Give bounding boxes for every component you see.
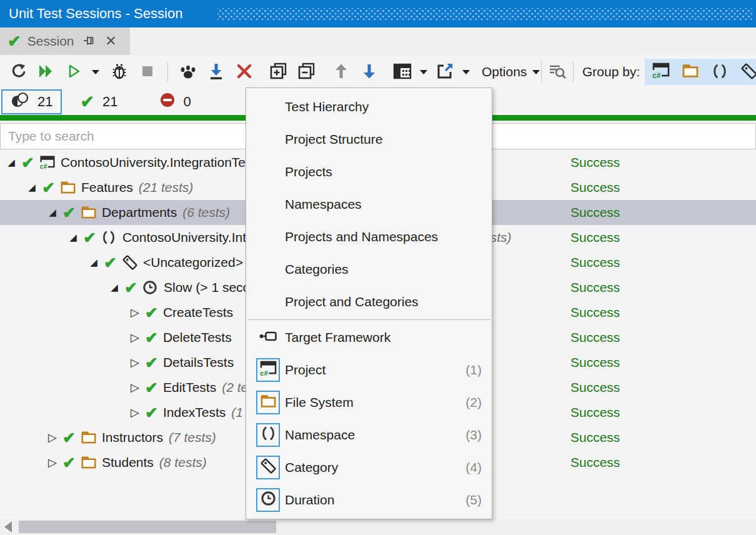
options-button[interactable]: Options bbox=[479, 59, 542, 84]
debug-bug-icon bbox=[110, 62, 129, 82]
grid-view-dropdown-button[interactable] bbox=[419, 59, 429, 84]
status-text: Success bbox=[570, 405, 620, 420]
expanded-twisty-icon[interactable]: ◢ bbox=[26, 182, 38, 193]
node-test-count: (6 tests) bbox=[182, 205, 230, 220]
passed-tests-counter[interactable]: ✔ 21 bbox=[72, 89, 126, 114]
expanded-twisty-icon[interactable]: ◢ bbox=[5, 157, 17, 168]
expand-all-icon bbox=[269, 62, 288, 82]
success-check-icon: ✔ bbox=[62, 205, 76, 221]
titlebar-drag-grip[interactable] bbox=[217, 8, 752, 20]
collapsed-twisty-icon[interactable]: ▷ bbox=[129, 306, 141, 319]
total-tests-counter[interactable]: 21 bbox=[1, 89, 62, 114]
group-by-menu: Test Hierarchy Project Structure Project… bbox=[246, 88, 492, 519]
run-tests-button[interactable] bbox=[62, 59, 86, 84]
menu-item-categories[interactable]: Categories bbox=[246, 253, 492, 286]
category-tag-icon bbox=[740, 62, 756, 82]
expand-all-button[interactable] bbox=[267, 59, 291, 84]
menu-item-target-framework[interactable]: Target Framework bbox=[246, 321, 492, 354]
success-check-icon: ✔ bbox=[62, 455, 76, 471]
collapsed-twisty-icon[interactable]: ▷ bbox=[46, 456, 59, 469]
status-text: Success bbox=[570, 430, 620, 445]
tab-session[interactable]: ✔ Session ✕ bbox=[0, 28, 130, 55]
passed-tests-count: 21 bbox=[102, 94, 117, 110]
status-text: Success bbox=[570, 180, 620, 195]
node-label: ContosoUniversity.IntegrationTests bbox=[61, 155, 262, 170]
collapsed-twisty-icon[interactable]: ▷ bbox=[129, 406, 141, 419]
stop-button[interactable] bbox=[136, 59, 159, 84]
toolbar: Options Group by: c# bbox=[0, 55, 756, 89]
import-results-button[interactable] bbox=[204, 59, 228, 84]
success-check-icon: ✔ bbox=[21, 155, 34, 171]
collapsed-twisty-icon[interactable]: ▷ bbox=[129, 331, 141, 344]
collapsed-twisty-icon[interactable]: ▷ bbox=[46, 431, 59, 444]
group-by-label: Group by: bbox=[582, 64, 640, 79]
expanded-twisty-icon[interactable]: ◢ bbox=[108, 282, 121, 293]
svg-text:c#: c# bbox=[40, 163, 47, 170]
csharp-project-icon: c# bbox=[652, 62, 670, 81]
category-tag-icon bbox=[260, 458, 277, 478]
group-by-category-toggle[interactable] bbox=[739, 59, 756, 84]
toolbar-separator bbox=[541, 62, 542, 82]
pin-tab-button[interactable] bbox=[81, 33, 97, 49]
svg-text:c#: c# bbox=[652, 71, 661, 79]
menu-item-projects[interactable]: Projects bbox=[246, 156, 492, 188]
group-by-file-system-toggle[interactable] bbox=[680, 59, 700, 84]
menu-item-group-project[interactable]: c# Project (1) bbox=[246, 354, 492, 386]
chevron-down-icon bbox=[92, 70, 99, 74]
run-all-tests-button[interactable] bbox=[34, 59, 58, 84]
collapsed-twisty-icon[interactable]: ▷ bbox=[129, 356, 141, 369]
status-text: Success bbox=[570, 455, 620, 470]
options-label: Options bbox=[482, 64, 527, 79]
menu-item-group-file-system[interactable]: File System (2) bbox=[246, 386, 492, 419]
horizontal-scrollbar-thumb[interactable] bbox=[19, 521, 276, 533]
menu-item-group-category[interactable]: Category (4) bbox=[246, 451, 492, 484]
checked-icon-box: c# bbox=[256, 358, 280, 382]
success-check-icon: ✔ bbox=[145, 355, 158, 371]
scroll-left-arrow-icon[interactable] bbox=[4, 521, 12, 532]
grid-view-button[interactable] bbox=[390, 59, 414, 84]
node-test-count: (7 tests) bbox=[169, 430, 216, 445]
horizontal-scrollbar[interactable] bbox=[0, 519, 756, 535]
menu-item-projects-and-namespaces[interactable]: Projects and Namespaces bbox=[246, 221, 492, 253]
cover-tests-button[interactable] bbox=[176, 59, 200, 84]
success-check-icon: ✔ bbox=[145, 380, 158, 396]
next-test-button[interactable] bbox=[357, 59, 381, 84]
collapsed-twisty-icon[interactable]: ▷ bbox=[129, 381, 141, 394]
svg-text:c#: c# bbox=[260, 369, 268, 377]
filter-results-button[interactable] bbox=[545, 59, 569, 84]
collapse-all-button[interactable] bbox=[295, 59, 319, 84]
total-tests-icon bbox=[11, 92, 29, 112]
group-by-toggle-set: c# bbox=[645, 59, 756, 85]
remove-x-icon bbox=[236, 63, 252, 81]
status-text: Success bbox=[570, 230, 620, 245]
success-check-icon: ✔ bbox=[62, 430, 76, 446]
group-by-namespace-toggle[interactable] bbox=[710, 59, 730, 84]
export-dropdown-button[interactable] bbox=[461, 59, 471, 84]
run-dropdown-button[interactable] bbox=[91, 59, 101, 84]
csharp-project-icon: c# bbox=[39, 155, 56, 171]
duration-clock-icon bbox=[261, 491, 276, 509]
menu-item-test-hierarchy[interactable]: Test Hierarchy bbox=[246, 91, 492, 123]
export-button[interactable] bbox=[433, 59, 457, 84]
success-check-icon: ✔ bbox=[83, 230, 96, 246]
success-check-icon: ✔ bbox=[124, 280, 137, 296]
target-framework-icon bbox=[259, 330, 277, 345]
failed-tests-counter[interactable]: 0 bbox=[151, 89, 199, 114]
menu-item-namespaces[interactable]: Namespaces bbox=[246, 188, 492, 221]
expanded-twisty-icon[interactable]: ◢ bbox=[67, 232, 79, 243]
debug-tests-button[interactable] bbox=[107, 59, 131, 84]
menu-item-project-and-categories[interactable]: Project and Categories bbox=[246, 286, 492, 318]
refresh-button[interactable] bbox=[6, 59, 30, 84]
expanded-twisty-icon[interactable]: ◢ bbox=[87, 257, 100, 268]
group-by-project-toggle[interactable]: c# bbox=[651, 59, 671, 84]
close-tab-button[interactable]: ✕ bbox=[103, 33, 119, 49]
expanded-twisty-icon[interactable]: ◢ bbox=[46, 207, 59, 218]
remove-tests-button[interactable] bbox=[232, 59, 256, 84]
previous-test-button[interactable] bbox=[329, 59, 353, 84]
tab-bar: ✔ Session ✕ bbox=[0, 28, 756, 55]
menu-item-group-namespace[interactable]: Namespace (3) bbox=[246, 419, 492, 451]
menu-item-project-structure[interactable]: Project Structure bbox=[246, 123, 492, 156]
menu-separator bbox=[247, 319, 490, 320]
menu-item-group-duration[interactable]: Duration (5) bbox=[246, 484, 492, 516]
folder-icon bbox=[81, 205, 97, 220]
